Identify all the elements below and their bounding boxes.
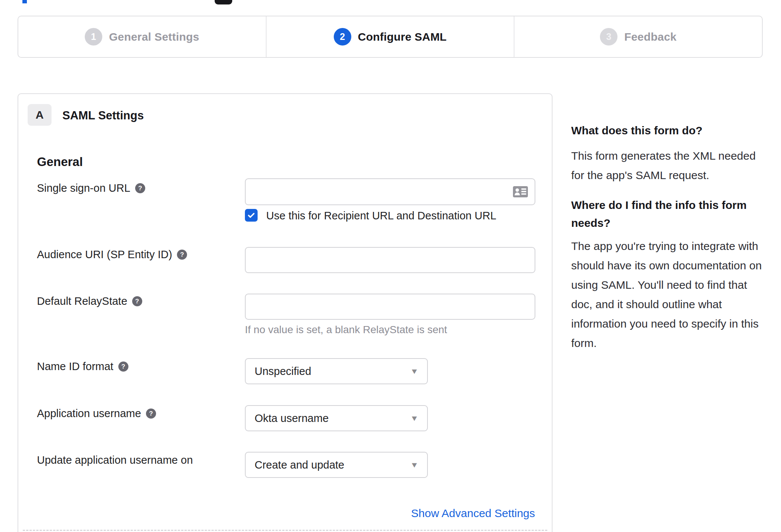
step-configure-saml[interactable]: 2 Configure SAML xyxy=(266,16,514,57)
sso-help-icon[interactable]: ? xyxy=(135,183,145,193)
relaystate-help-icon[interactable]: ? xyxy=(132,296,142,306)
sidebar-question-1: What does this form do? xyxy=(571,122,703,140)
step-general-settings[interactable]: 1 General Settings xyxy=(18,16,266,57)
name-id-format-select[interactable]: Unspecified ▼ xyxy=(245,358,428,384)
nameid-help-icon[interactable]: ? xyxy=(118,362,128,372)
audience-uri-label: Audience URI (SP Entity ID) xyxy=(37,248,172,261)
chevron-down-icon: ▼ xyxy=(410,461,419,469)
dashed-section-divider xyxy=(23,530,547,531)
update-username-label-row: Update application username on xyxy=(37,454,193,466)
show-advanced-settings-link[interactable]: Show Advanced Settings xyxy=(411,507,535,520)
sso-url-input[interactable] xyxy=(245,178,535,205)
update-username-select[interactable]: Create and update ▼ xyxy=(245,452,428,478)
step-3-label: Feedback xyxy=(624,31,676,43)
general-section-heading: General xyxy=(37,155,83,169)
audience-uri-input[interactable] xyxy=(245,247,535,273)
section-a-badge: A xyxy=(28,104,52,126)
audience-help-icon[interactable]: ? xyxy=(177,250,187,260)
top-blue-fragment xyxy=(22,0,27,3)
step-3-number-badge: 3 xyxy=(600,28,617,46)
appuser-label-row: Application username ? xyxy=(37,407,156,420)
update-username-value: Create and update xyxy=(255,459,411,471)
chevron-down-icon: ▼ xyxy=(410,367,419,376)
saml-settings-card: A SAML Settings General Single sign-on U… xyxy=(18,93,553,532)
nameid-label: Name ID format xyxy=(37,360,113,373)
sso-url-input-wrap xyxy=(245,178,535,205)
relaystate-label-row: Default RelayState ? xyxy=(37,295,142,307)
appuser-help-icon[interactable]: ? xyxy=(146,409,156,419)
step-2-number-badge: 2 xyxy=(334,28,351,46)
sidebar-question-2: Where do I find the info this form needs… xyxy=(571,196,747,232)
relaystate-hint: If no value is set, a blank RelayState i… xyxy=(245,324,447,336)
application-username-select[interactable]: Okta username ▼ xyxy=(245,405,428,431)
update-username-label: Update application username on xyxy=(37,454,193,466)
contact-card-icon xyxy=(513,186,528,197)
step-1-label: General Settings xyxy=(109,31,199,43)
top-dark-logo-fragment xyxy=(215,0,232,4)
recipient-url-checkbox-label: Use this for Recipient URL and Destinati… xyxy=(266,210,496,222)
checkmark-icon xyxy=(247,211,256,220)
application-username-value: Okta username xyxy=(255,412,411,425)
appuser-label: Application username xyxy=(37,407,141,420)
relaystate-input[interactable] xyxy=(245,294,535,320)
sidebar-answer-2: The app you're trying to integrate with … xyxy=(571,237,762,353)
saml-wizard-page: 1 General Settings 2 Configure SAML 3 Fe… xyxy=(0,0,781,532)
step-1-number-badge: 1 xyxy=(85,28,102,46)
step-2-label: Configure SAML xyxy=(358,31,447,43)
card-title: SAML Settings xyxy=(62,109,144,122)
wizard-stepper: 1 General Settings 2 Configure SAML 3 Fe… xyxy=(18,16,763,58)
relaystate-label: Default RelayState xyxy=(37,295,127,307)
step-feedback[interactable]: 3 Feedback xyxy=(514,16,762,57)
sso-url-label: Single sign-on URL xyxy=(37,182,130,194)
chevron-down-icon: ▼ xyxy=(410,414,419,423)
audience-uri-input-wrap xyxy=(245,247,535,273)
sidebar-answer-1: This form generates the XML needed for t… xyxy=(571,146,756,185)
name-id-format-value: Unspecified xyxy=(255,365,411,378)
nameid-label-row: Name ID format ? xyxy=(37,360,128,373)
relaystate-input-wrap xyxy=(245,294,535,320)
sso-url-label-row: Single sign-on URL ? xyxy=(37,182,145,194)
recipient-url-checkbox[interactable] xyxy=(245,209,258,222)
audience-uri-label-row: Audience URI (SP Entity ID) ? xyxy=(37,248,187,261)
